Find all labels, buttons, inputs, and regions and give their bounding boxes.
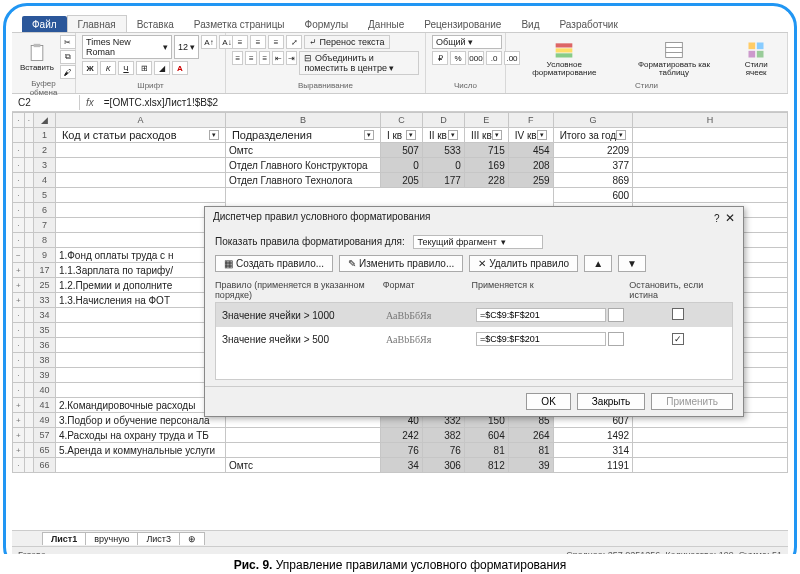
align-center-icon[interactable]: ≡ (245, 51, 256, 65)
cut-icon[interactable]: ✂ (60, 35, 76, 49)
close-icon[interactable]: ✕ (725, 211, 735, 225)
stop-if-true-checkbox[interactable] (672, 308, 684, 320)
col-G[interactable]: G (553, 113, 633, 128)
align-bot-icon[interactable]: ≡ (268, 35, 284, 49)
fx-icon[interactable]: fx (80, 97, 100, 108)
border-icon[interactable]: ⊞ (136, 61, 152, 75)
applies-to-input[interactable] (476, 308, 606, 322)
sheet-tab[interactable]: Лист3 (137, 532, 180, 545)
edit-rule-button[interactable]: ✎ Изменить правило... (339, 255, 463, 272)
orientation-icon[interactable]: ⤢ (286, 35, 302, 49)
formula-bar: C2 fx =[OMTC.xlsx]Лист1!$B$2 (12, 94, 788, 112)
tab-data[interactable]: Данные (358, 16, 414, 32)
align-left-icon[interactable]: ≡ (232, 51, 243, 65)
apply-button[interactable]: Применить (651, 393, 733, 410)
svg-rect-10 (749, 50, 756, 57)
currency-icon[interactable]: ₽ (432, 51, 448, 65)
help-icon[interactable]: ? (714, 213, 720, 224)
bold-icon[interactable]: Ж (82, 61, 98, 75)
grow-font-icon[interactable]: A↑ (201, 35, 217, 49)
show-rules-for-select[interactable]: Текущий фрагмент ▾ (413, 235, 543, 249)
ribbon-tabs: Файл Главная Вставка Разметка страницы Ф… (12, 12, 788, 32)
tab-formulas[interactable]: Формулы (295, 16, 359, 32)
inc-decimal-icon[interactable]: .0 (486, 51, 502, 65)
svg-rect-2 (556, 43, 573, 47)
wrap-text-button[interactable]: ⤶ Перенос текста (304, 35, 390, 49)
tab-layout[interactable]: Разметка страницы (184, 16, 295, 32)
svg-rect-11 (757, 50, 764, 57)
name-box[interactable]: C2 (12, 95, 80, 110)
indent-inc-icon[interactable]: ⇥ (286, 51, 297, 65)
format-as-table-button[interactable]: Форматировать как таблицу (621, 38, 728, 79)
sheet-tab[interactable]: Лист1 (42, 532, 86, 545)
dialog-title: Диспетчер правил условного форматировани… (213, 211, 430, 225)
col-D[interactable]: D (422, 113, 464, 128)
tab-insert[interactable]: Вставка (127, 16, 184, 32)
ok-button[interactable]: OK (526, 393, 570, 410)
paste-button[interactable]: Вставить (18, 41, 56, 74)
col-B[interactable]: B (225, 113, 380, 128)
format-painter-icon[interactable]: 🖌 (60, 65, 76, 79)
range-picker-icon[interactable] (608, 332, 624, 346)
number-format-select[interactable]: Общий ▾ (432, 35, 502, 49)
svg-rect-3 (556, 48, 573, 52)
svg-rect-9 (757, 42, 764, 49)
indent-dec-icon[interactable]: ⇤ (272, 51, 283, 65)
fill-color-icon[interactable]: ◢ (154, 61, 170, 75)
col-H[interactable]: H (633, 113, 788, 128)
tab-view[interactable]: Вид (511, 16, 549, 32)
copy-icon[interactable]: ⧉ (60, 50, 76, 64)
percent-icon[interactable]: % (450, 51, 466, 65)
align-right-icon[interactable]: ≡ (259, 51, 270, 65)
align-top-icon[interactable]: ≡ (232, 35, 248, 49)
delete-rule-button[interactable]: ✕ Удалить правило (469, 255, 578, 272)
stop-if-true-checkbox[interactable]: ✓ (672, 333, 684, 345)
font-family-select[interactable]: Times New Roman ▾ (82, 35, 172, 59)
filter-icon[interactable]: ▾ (209, 130, 219, 140)
conditional-formatting-rules-manager-dialog: Диспетчер правил условного форматировани… (204, 206, 744, 417)
new-sheet-icon[interactable]: ⊕ (179, 532, 205, 545)
move-down-button[interactable]: ▼ (618, 255, 646, 272)
col-A[interactable]: A (55, 113, 225, 128)
svg-rect-1 (34, 43, 41, 46)
tab-review[interactable]: Рецензирование (414, 16, 511, 32)
comma-icon[interactable]: 000 (468, 51, 484, 65)
align-mid-icon[interactable]: ≡ (250, 35, 266, 49)
rule-row[interactable]: Значение ячейки > 1000АаВbБбЯя (216, 303, 732, 327)
font-color-icon[interactable]: А (172, 61, 188, 75)
merge-center-button[interactable]: ⊟ Объединить и поместить в центре ▾ (299, 51, 419, 75)
svg-rect-4 (556, 53, 573, 57)
ribbon: Вставить ✂⧉🖌 Буфер обмена Times New Roma… (12, 32, 788, 94)
figure-caption: Рис. 9. Управление правилами условного ф… (0, 554, 800, 574)
sheet-tab[interactable]: вручную (85, 532, 138, 545)
underline-icon[interactable]: Ч (118, 61, 134, 75)
svg-rect-5 (666, 42, 683, 57)
filter-icon[interactable]: ▾ (364, 130, 374, 140)
svg-rect-8 (749, 42, 756, 49)
move-up-button[interactable]: ▲ (584, 255, 612, 272)
col-E[interactable]: E (464, 113, 508, 128)
formula-input[interactable]: =[OMTC.xlsx]Лист1!$B$2 (100, 95, 788, 110)
cell-styles-button[interactable]: Стили ячеек (731, 38, 781, 79)
tab-developer[interactable]: Разработчик (550, 16, 628, 32)
svg-rect-0 (31, 45, 43, 60)
close-button[interactable]: Закрыть (577, 393, 646, 410)
applies-to-input[interactable] (476, 332, 606, 346)
tab-home[interactable]: Главная (67, 15, 127, 32)
col-F[interactable]: F (508, 113, 553, 128)
italic-icon[interactable]: К (100, 61, 116, 75)
font-size-select[interactable]: 12 ▾ (174, 35, 199, 59)
conditional-formatting-button[interactable]: Условное форматирование (512, 38, 617, 79)
rule-row[interactable]: Значение ячейки > 500АаВbБбЯя ✓ (216, 327, 732, 351)
sheet-tabs: Лист1 вручную Лист3 ⊕ (12, 530, 788, 546)
range-picker-icon[interactable] (608, 308, 624, 322)
col-C[interactable]: C (380, 113, 422, 128)
tab-file[interactable]: Файл (22, 16, 67, 32)
new-rule-button[interactable]: ▦ Создать правило... (215, 255, 333, 272)
